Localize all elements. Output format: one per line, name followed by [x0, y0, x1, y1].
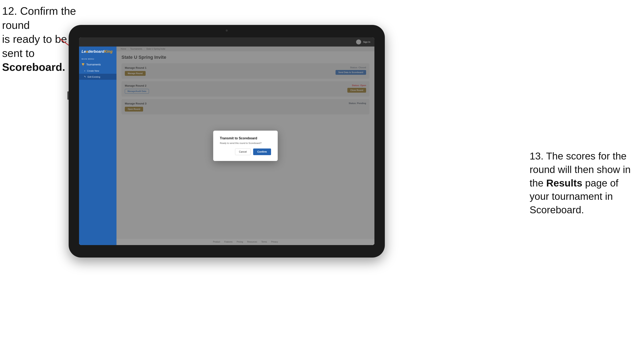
- tablet-screen: Sign In LeaderboardKing MAIN MENU 🏆 Tour…: [79, 37, 374, 245]
- signin-label[interactable]: Sign In: [363, 41, 370, 43]
- avatar: [356, 39, 361, 44]
- top-bar: Sign In: [79, 37, 374, 46]
- instruction-bottom-bold: Results: [546, 177, 582, 188]
- sidebar-section-label: MAIN MENU: [79, 56, 116, 61]
- sidebar-tournaments-label: Tournaments: [86, 63, 101, 66]
- modal-box: Transmit to Scoreboard Ready to send thi…: [213, 131, 278, 161]
- modal-buttons: Cancel Confirm: [220, 149, 271, 155]
- modal-confirm-button[interactable]: Confirm: [253, 149, 271, 155]
- logo-part2: King: [104, 49, 112, 54]
- modal-cancel-button[interactable]: Cancel: [235, 149, 251, 155]
- modal-backdrop: Transmit to Scoreboard Ready to send thi…: [116, 46, 374, 245]
- sidebar-editexisting-label: Edit Existing: [88, 76, 100, 78]
- logo: LeaderboardKing: [82, 49, 114, 54]
- sidebar-item-tournaments[interactable]: 🏆 Tournaments: [79, 61, 116, 68]
- plus-icon: +: [84, 70, 85, 72]
- modal-subtitle: Ready to send this round to Scoreboard?: [220, 142, 271, 144]
- trophy-icon: 🏆: [82, 63, 85, 66]
- modal-title: Transmit to Scoreboard: [220, 137, 271, 140]
- sidebar-item-create-new[interactable]: + Create New: [79, 68, 116, 74]
- sidebar: LeaderboardKing MAIN MENU 🏆 Tournaments …: [79, 46, 116, 245]
- main-area: LeaderboardKing MAIN MENU 🏆 Tournaments …: [79, 46, 374, 245]
- logo-part1: Leaderboard: [82, 49, 104, 54]
- instruction-line1: 12. Confirm the round: [2, 5, 76, 31]
- sidebar-logo: LeaderboardKing: [79, 46, 116, 56]
- instruction-line2: is ready to be sent to: [2, 33, 67, 59]
- tablet-frame: Sign In LeaderboardKing MAIN MENU 🏆 Tour…: [69, 25, 385, 258]
- sidebar-createnew-label: Create New: [87, 70, 99, 72]
- sidebar-item-edit-existing[interactable]: ✎ Edit Existing: [79, 74, 116, 80]
- instruction-line3-bold: Scoreboard.: [2, 61, 65, 73]
- instruction-bottom: 13. The scores for the round will then s…: [530, 150, 638, 217]
- edit-icon: ✎: [84, 75, 86, 78]
- page-content: Home › Tournaments › State U Spring Invi…: [116, 46, 374, 245]
